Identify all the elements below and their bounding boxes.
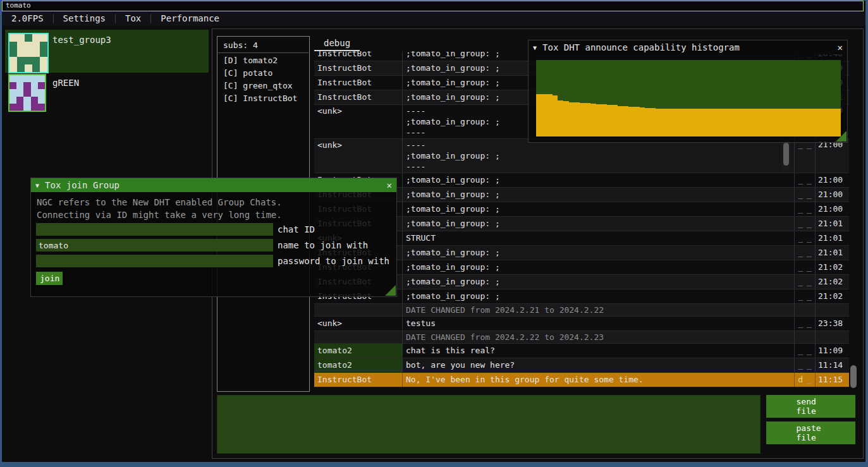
status-mark: _	[807, 291, 812, 301]
histogram-window-titlebar[interactable]: ▼ Tox DHT announce capability histogram …	[529, 40, 847, 54]
name-cell: tomato2	[314, 344, 403, 358]
histogram-bar	[738, 109, 743, 136]
member-item[interactable]: [D] tomato2	[217, 53, 309, 66]
join-password-input[interactable]	[36, 255, 273, 267]
histogram-bar	[759, 109, 765, 136]
join-button[interactable]: join	[36, 272, 63, 285]
avatar-pixel	[16, 82, 23, 89]
chat-row-highlight[interactable]: InstructBotNo, I've been in this group f…	[314, 373, 849, 387]
close-icon[interactable]: ✕	[387, 180, 392, 190]
send-file-button[interactable]: send file	[766, 395, 855, 418]
chat-row[interactable]: <unk>testus__23:38	[314, 317, 849, 331]
histogram-bar	[808, 109, 814, 136]
chat-row[interactable]: tomato2chat is this real?__11:09	[314, 344, 849, 358]
message-cell: ;tomato_in_group: ;	[403, 275, 795, 289]
histogram-bar	[830, 109, 836, 136]
histogram-window: ▼ Tox DHT announce capability histogram …	[528, 40, 848, 143]
menu-bar: 2.0FPSSettingsToxPerformance	[2, 11, 865, 26]
name-cell	[314, 304, 403, 316]
member-item[interactable]: [C] green_qtox	[217, 78, 309, 91]
join-window-title: Tox join Group	[45, 180, 119, 190]
join-window-titlebar[interactable]: ▼ Tox join Group ✕	[31, 178, 396, 192]
message-cell: ;tomato_in_group: ;	[403, 202, 795, 216]
menu-item-settings[interactable]: Settings	[54, 13, 115, 25]
join-name-input[interactable]	[36, 239, 273, 252]
avatar-pixel	[40, 34, 47, 42]
histogram-bar	[623, 106, 629, 136]
message-scrollbar[interactable]	[783, 143, 789, 166]
time-cell: 21:00	[816, 202, 848, 216]
avatar-pixel	[16, 75, 23, 82]
histogram-bar	[672, 109, 678, 136]
resize-grip[interactable]	[385, 285, 396, 296]
paste-file-label: paste file	[797, 423, 826, 442]
avatar-pixel	[25, 49, 32, 57]
message-cell: DATE CHANGED from 2024.2.21 to 2024.2.22	[403, 304, 795, 316]
histogram-bar	[667, 109, 673, 136]
avatar-pixel	[9, 97, 16, 104]
histogram-bar	[536, 94, 542, 136]
tab-debug[interactable]: debug	[314, 37, 360, 51]
status-cell	[795, 331, 816, 343]
chat-scrollbar[interactable]	[850, 365, 857, 388]
time-cell: 21:01	[816, 246, 848, 260]
chat-row-date: DATE CHANGED from 2024.2.22 to 2024.2.23	[314, 331, 849, 344]
histogram-bar	[656, 109, 661, 136]
close-icon[interactable]: ✕	[838, 42, 843, 52]
avatar-pixel	[17, 64, 25, 72]
status-mark: _	[798, 346, 803, 355]
resize-grip[interactable]	[836, 131, 847, 142]
avatar-pixel	[9, 49, 17, 57]
status-mark: _	[798, 277, 803, 286]
chat-row-date: DATE CHANGED from 2024.2.21 to 2024.2.22	[314, 304, 849, 317]
status-cell: __	[795, 358, 816, 372]
status-cell: __	[795, 173, 816, 187]
time-cell: 11:14	[816, 358, 848, 372]
histogram-bar	[563, 101, 569, 136]
join-window-body: NGC refers to the New DHT enabled Group …	[31, 192, 396, 296]
sidebar-group-test_group3[interactable]: test_group3	[5, 30, 209, 73]
send-file-label: send file	[797, 397, 826, 416]
paste-file-button[interactable]: paste file	[766, 422, 855, 444]
avatar-pixel	[32, 57, 40, 64]
avatar-pixel	[9, 89, 16, 96]
join-name-label: name to join with	[278, 239, 368, 252]
avatar-pixel	[25, 57, 32, 64]
histogram-bar	[754, 109, 759, 136]
histogram-window-body	[529, 54, 847, 142]
status-cell: __	[795, 217, 816, 231]
histogram-bar	[792, 109, 798, 136]
avatar-pixel	[23, 89, 30, 96]
menu-item-tox[interactable]: Tox	[116, 13, 150, 25]
os-titlebar: tomato	[2, 1, 864, 11]
avatar-pixel	[38, 97, 45, 104]
histogram-bar	[743, 109, 749, 136]
histogram-bar	[732, 109, 738, 136]
time-cell	[816, 304, 848, 316]
member-item[interactable]: [C] InstructBot	[217, 91, 309, 104]
status-cell: __	[795, 260, 816, 274]
status-mark: _	[798, 175, 803, 185]
status-mark: d	[798, 375, 803, 384]
avatar-pixel	[31, 82, 38, 89]
message-input[interactable]	[217, 395, 761, 454]
chat-row[interactable]: tomato2bot, are you new here?__11:14	[314, 358, 849, 373]
name-cell: InstructBot	[314, 90, 403, 104]
collapse-icon[interactable]: ▼	[533, 44, 537, 51]
avatar-pixel	[32, 64, 40, 72]
menu-item-performance[interactable]: Performance	[151, 13, 229, 25]
avatar-pixel	[25, 42, 32, 49]
message-cell: ;tomato_in_group: ;	[403, 260, 795, 274]
message-cell: ;tomato_in_group: ;	[403, 246, 795, 260]
status-cell: __	[795, 275, 816, 289]
collapse-icon[interactable]: ▼	[35, 182, 39, 189]
join-group-window: ▼ Tox join Group ✕ NGC refers to the New…	[30, 178, 397, 297]
member-item[interactable]: [C] potato	[217, 66, 309, 78]
chat-row[interactable]: <unk>---- ;tomato_in_group: ; ----__21:0…	[314, 139, 849, 173]
chat-id-input[interactable]	[36, 223, 273, 236]
name-cell: InstructBot	[314, 61, 403, 75]
name-cell: InstructBot	[314, 76, 403, 90]
histogram-bar	[721, 109, 727, 136]
sidebar-group-gREEN[interactable]: gREEN	[5, 73, 209, 109]
name-cell: InstructBot	[314, 51, 403, 61]
